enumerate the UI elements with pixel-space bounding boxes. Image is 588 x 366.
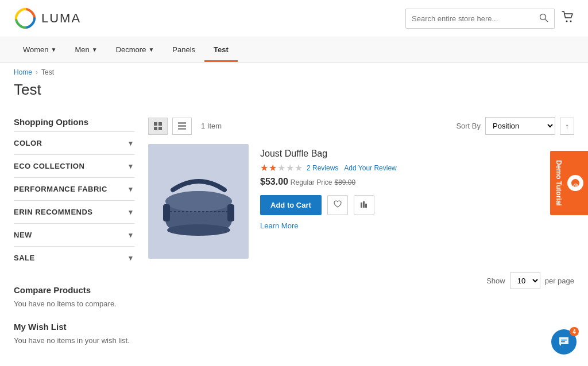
- svg-point-3: [566, 20, 568, 22]
- cart-button[interactable]: [562, 11, 574, 26]
- search-box: [405, 9, 555, 29]
- luma-logo-icon: [14, 7, 37, 30]
- demo-tutorial-label: Demo Tutorial: [555, 160, 563, 206]
- site-header: LUMA: [0, 0, 588, 37]
- svg-point-20: [167, 224, 230, 236]
- demo-tutorial-icon: ◎: [567, 175, 583, 191]
- logo-text: LUMA: [41, 11, 81, 26]
- filter-color[interactable]: COLOR ▼: [14, 131, 134, 154]
- chat-bubble-button[interactable]: [551, 329, 577, 354]
- svg-rect-25: [561, 341, 565, 342]
- learn-more-link[interactable]: Learn More: [260, 221, 298, 230]
- chevron-down-icon: ▼: [127, 162, 134, 170]
- product-item: Joust Duffle Bag ★★★★★ 2 Reviews Add You…: [148, 144, 574, 259]
- svg-rect-9: [154, 127, 157, 130]
- add-to-compare-button[interactable]: [354, 195, 374, 215]
- svg-rect-23: [365, 204, 367, 208]
- svg-rect-12: [178, 125, 186, 127]
- svg-line-2: [546, 19, 548, 22]
- main-nav: Women ▼ Men ▼ Decmore ▼ Panels Test: [0, 37, 588, 63]
- grid-view-button[interactable]: [148, 118, 168, 135]
- filter-new[interactable]: NEW ▼: [14, 223, 134, 246]
- heart-icon: [334, 200, 342, 208]
- filter-eco-collection[interactable]: ECO COLLECTION ▼: [14, 154, 134, 177]
- svg-point-0: [15, 8, 36, 29]
- sort-select[interactable]: Position Product Name Price: [485, 117, 555, 135]
- svg-rect-24: [561, 340, 567, 341]
- search-button[interactable]: [533, 9, 554, 28]
- search-input[interactable]: [406, 10, 533, 27]
- grid-icon: [153, 122, 163, 131]
- filter-new-label: NEW: [14, 231, 32, 239]
- compare-icon: [360, 200, 368, 208]
- filter-eco-label: ECO COLLECTION: [14, 162, 84, 170]
- list-view-button[interactable]: [172, 118, 192, 135]
- chevron-down-icon: ▼: [92, 46, 98, 53]
- toolbar-right: Sort By Position Product Name Price ↑: [456, 117, 574, 135]
- bottom-toolbar: Show 10 20 30 per page: [148, 272, 574, 289]
- sidebar: Shopping Options COLOR ▼ ECO COLLECTION …: [14, 117, 134, 345]
- add-to-cart-button[interactable]: Add to Cart: [260, 195, 322, 215]
- per-page-select[interactable]: 10 20 30: [510, 272, 540, 289]
- svg-point-4: [570, 20, 572, 22]
- breadcrumb: Home › Test: [14, 68, 574, 76]
- sort-direction-button[interactable]: ↑: [560, 118, 574, 135]
- per-page-label: per page: [545, 277, 574, 285]
- star-rating: ★★★★★: [260, 162, 303, 173]
- nav-item-panels[interactable]: Panels: [163, 37, 204, 62]
- chevron-down-icon: ▼: [51, 46, 57, 53]
- svg-point-16: [165, 191, 232, 212]
- filter-color-label: COLOR: [14, 139, 42, 147]
- chat-icon: [558, 336, 570, 348]
- filter-performance-fabric[interactable]: PERFORMANCE FABRIC ▼: [14, 177, 134, 200]
- compare-text: You have no items to compare.: [14, 299, 134, 308]
- chevron-down-icon: ▼: [127, 139, 134, 147]
- show-label: Show: [486, 277, 505, 285]
- page-title: Test: [14, 81, 574, 99]
- filter-performance-label: PERFORMANCE FABRIC: [14, 185, 107, 193]
- compare-title: Compare Products: [14, 285, 134, 295]
- product-price: $53.00 Regular Price $89.00: [260, 177, 574, 187]
- page-title-area: Test: [0, 76, 588, 108]
- demo-tutorial-sidebar[interactable]: ◎ Demo Tutorial: [550, 151, 588, 215]
- product-image-area: [148, 144, 249, 259]
- product-current-price: $53.00: [260, 177, 288, 186]
- svg-rect-18: [227, 204, 234, 221]
- shopping-options-title: Shopping Options: [14, 117, 134, 127]
- wishlist-section: My Wish List You have no items in your w…: [14, 322, 134, 345]
- logo-area: LUMA: [14, 7, 81, 30]
- svg-text:◎: ◎: [572, 182, 579, 189]
- product-rating: ★★★★★ 2 Reviews Add Your Review: [260, 162, 574, 173]
- product-info: Joust Duffle Bag ★★★★★ 2 Reviews Add You…: [260, 144, 574, 259]
- product-bag-illustration: [158, 150, 239, 253]
- breadcrumb-area: Home › Test: [0, 63, 588, 76]
- content-area: 1 Item Sort By Position Product Name Pri…: [148, 117, 574, 345]
- breadcrumb-separator: ›: [36, 68, 38, 76]
- price-label: Regular Price: [291, 178, 332, 186]
- add-to-wishlist-button[interactable]: [327, 195, 348, 215]
- breadcrumb-current: Test: [41, 68, 54, 76]
- nav-item-decmore[interactable]: Decmore ▼: [107, 37, 164, 62]
- svg-rect-17: [163, 204, 170, 221]
- toolbar: 1 Item Sort By Position Product Name Pri…: [148, 117, 574, 135]
- breadcrumb-home[interactable]: Home: [14, 68, 32, 76]
- chevron-down-icon: ▼: [127, 254, 134, 262]
- product-name: Joust Duffle Bag: [260, 149, 574, 159]
- list-icon: [177, 122, 187, 131]
- chevron-down-icon: ▼: [127, 185, 134, 193]
- reviews-link[interactable]: 2 Reviews: [307, 164, 338, 172]
- item-count: 1 Item: [201, 122, 222, 130]
- nav-item-test[interactable]: Test: [204, 37, 238, 62]
- svg-rect-21: [361, 203, 362, 208]
- add-review-link[interactable]: Add Your Review: [344, 164, 396, 172]
- nav-item-men[interactable]: Men ▼: [65, 37, 106, 62]
- svg-point-1: [540, 14, 546, 20]
- filter-sale-label: SALE: [14, 254, 35, 262]
- filter-sale[interactable]: SALE ▼: [14, 246, 134, 269]
- filter-erin-recommends[interactable]: ERIN RECOMMENDS ▼: [14, 200, 134, 223]
- nav-item-women[interactable]: Women ▼: [14, 37, 65, 62]
- chevron-down-icon: ▼: [127, 208, 134, 216]
- wishlist-title: My Wish List: [14, 322, 134, 332]
- products-grid: Joust Duffle Bag ★★★★★ 2 Reviews Add You…: [148, 144, 574, 259]
- filter-erin-label: ERIN RECOMMENDS: [14, 208, 93, 216]
